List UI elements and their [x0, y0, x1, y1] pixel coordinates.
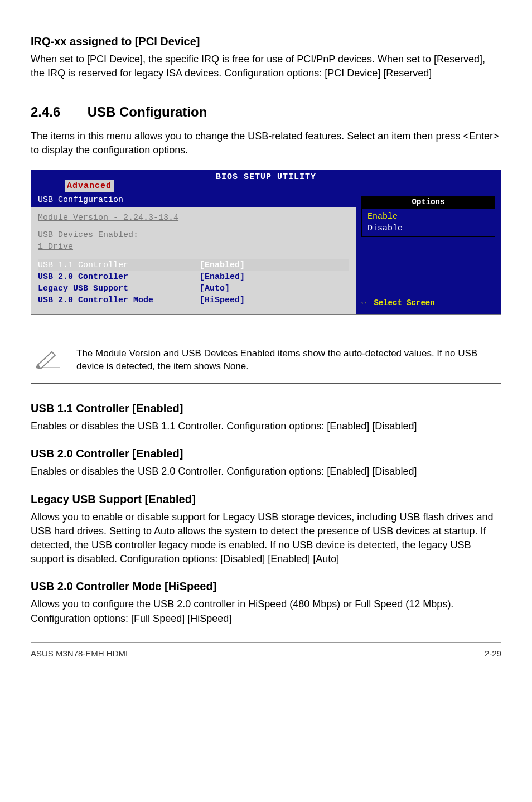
bios-option-enable[interactable]: Enable — [367, 211, 489, 223]
bios-item-usb11[interactable]: USB 1.1 Controller [Enabled] — [38, 259, 349, 271]
footer-left: ASUS M3N78-EMH HDMI — [31, 648, 128, 659]
bios-item-value: [HiSpeed] — [200, 294, 245, 306]
bios-item-label: USB 2.0 Controller — [38, 271, 200, 283]
bios-body: USB Configuration Module Version - 2.24.… — [31, 192, 501, 314]
irq-text: When set to [PCI Device], the specific I… — [31, 52, 501, 80]
bios-item-label: USB 1.1 Controller — [38, 259, 200, 271]
bios-item-legacy[interactable]: Legacy USB Support [Auto] — [38, 283, 349, 294]
bios-info-block: Module Version - 2.24.3-13.4 USB Devices… — [31, 207, 356, 257]
bios-item-usb20[interactable]: USB 2.0 Controller [Enabled] — [38, 271, 349, 283]
legacy-text: Allows you to enable or disable support … — [31, 510, 501, 567]
bios-item-label: USB 2.0 Controller Mode — [38, 294, 200, 306]
bios-options-box: Options Enable Disable — [361, 196, 495, 237]
section-intro: The items in this menu allows you to cha… — [31, 129, 501, 157]
bios-page-header: USB Configuration — [31, 192, 356, 207]
bios-options-header: Options — [362, 196, 495, 209]
bios-item-label: Legacy USB Support — [38, 283, 200, 294]
usb20-text: Enables or disables the USB 2.0 Controll… — [31, 465, 501, 479]
note-block: The Module Version and USB Devices Enabl… — [31, 337, 501, 384]
usb11-heading: USB 1.1 Controller [Enabled] — [31, 400, 501, 416]
bios-item-value: [Enabled] — [200, 271, 245, 283]
legacy-heading: Legacy USB Support [Enabled] — [31, 491, 501, 507]
irq-heading: IRQ-xx assigned to [PCI Device] — [31, 33, 501, 49]
arrow-icon: ↔ — [361, 298, 366, 309]
usb20mode-text: Allows you to configure the USB 2.0 cont… — [31, 597, 501, 625]
bios-devices-label: USB Devices Enabled: — [38, 229, 349, 241]
bios-title-bar: BIOS SETUP UTILITY Advanced — [31, 170, 501, 192]
bios-right-pane: Options Enable Disable ↔ Select Screen — [356, 192, 501, 314]
section-heading: 2.4.6 USB Configuration — [31, 103, 501, 122]
bios-help-hint: ↔ Select Screen — [361, 298, 495, 309]
usb11-text: Enables or disables the USB 1.1 Controll… — [31, 419, 501, 433]
usb20mode-heading: USB 2.0 Controller Mode [HiSpeed] — [31, 578, 501, 594]
footer-right: 2-29 — [485, 648, 501, 659]
bios-items: USB 1.1 Controller [Enabled] USB 2.0 Con… — [31, 257, 356, 314]
bios-left-pane: USB Configuration Module Version - 2.24.… — [31, 192, 356, 314]
bios-item-usb20mode[interactable]: USB 2.0 Controller Mode [HiSpeed] — [38, 294, 349, 306]
bios-item-value: [Enabled] — [200, 259, 245, 271]
bios-tab-advanced[interactable]: Advanced — [65, 180, 114, 192]
note-text: The Module Version and USB Devices Enabl… — [76, 347, 497, 373]
section-title: USB Configuration — [88, 104, 207, 119]
page-footer: ASUS M3N78-EMH HDMI 2-29 — [31, 642, 501, 659]
pencil-icon — [35, 349, 60, 372]
section-number: 2.4.6 — [31, 103, 84, 122]
bios-help-text: Select Screen — [374, 298, 434, 309]
bios-option-disable[interactable]: Disable — [367, 223, 489, 234]
bios-devices-value: 1 Drive — [38, 241, 349, 253]
bios-item-value: [Auto] — [200, 283, 230, 294]
bios-module-version: Module Version - 2.24.3-13.4 — [38, 212, 349, 224]
bios-panel: BIOS SETUP UTILITY Advanced USB Configur… — [31, 170, 501, 315]
usb20-heading: USB 2.0 Controller [Enabled] — [31, 446, 501, 461]
